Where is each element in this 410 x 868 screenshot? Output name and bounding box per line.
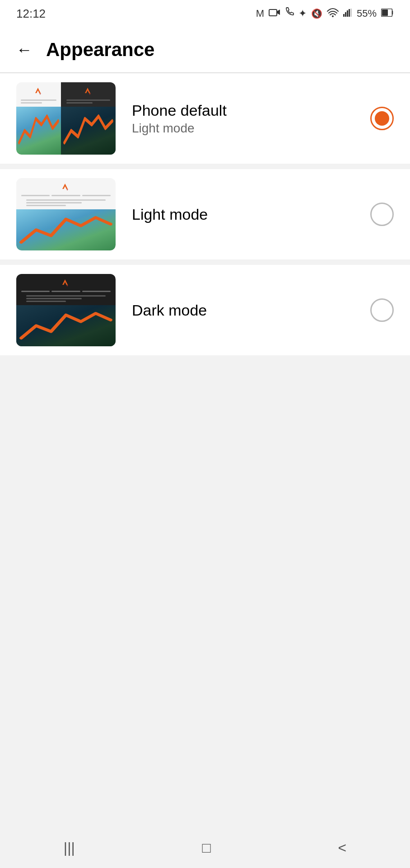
svg-marker-11 (39, 93, 41, 95)
back-button[interactable]: ← (16, 42, 33, 58)
option-light-mode-label: Light mode (132, 206, 370, 223)
bluetooth-icon: ✦ (298, 8, 307, 19)
nav-menu-icon[interactable]: ||| (64, 840, 75, 856)
status-icons: M ✦ 🔇 (256, 7, 394, 20)
svg-marker-13 (89, 93, 91, 95)
preview-light-mode-image (16, 178, 116, 250)
svg-rect-9 (382, 9, 388, 16)
option-dark-mode-label: Dark mode (132, 302, 370, 319)
svg-marker-15 (66, 189, 68, 191)
option-phone-default-label: Phone default (132, 102, 370, 119)
nav-home-icon[interactable]: □ (202, 840, 210, 856)
radio-inner-selected (375, 111, 389, 126)
battery-text: 55% (357, 8, 377, 19)
options-container: Phone default Light mode (0, 73, 410, 355)
svg-rect-4 (345, 12, 346, 17)
svg-rect-5 (347, 10, 348, 17)
svg-rect-3 (343, 14, 345, 17)
svg-rect-0 (269, 9, 277, 16)
strava-logo-light (33, 87, 44, 98)
nav-back-icon[interactable]: < (338, 840, 346, 856)
bottom-nav: ||| □ < (0, 827, 410, 868)
preview-dark-mode-image (16, 274, 116, 346)
svg-marker-14 (62, 184, 68, 189)
status-bar: 12:12 M ✦ 🔇 (0, 0, 410, 27)
wifi-icon (327, 8, 339, 19)
svg-rect-7 (350, 9, 352, 17)
svg-point-2 (332, 15, 334, 17)
svg-rect-6 (349, 9, 350, 17)
strava-logo-dark-only (61, 278, 71, 289)
svg-marker-16 (62, 279, 68, 285)
option-phone-default-sublabel: Light mode (132, 121, 370, 136)
battery-icon (381, 9, 394, 19)
option-phone-default-radio[interactable] (370, 107, 394, 130)
strava-logo-light-only (61, 183, 71, 193)
option-dark-mode-text: Dark mode (132, 302, 370, 319)
svg-marker-10 (35, 88, 41, 93)
option-dark-mode-radio[interactable] (370, 298, 394, 322)
empty-space (0, 361, 410, 722)
svg-marker-17 (66, 285, 68, 287)
camera-icon (269, 8, 280, 19)
phone-icon (285, 7, 294, 20)
option-light-mode[interactable]: Light mode (0, 169, 410, 259)
signal-icon (343, 9, 352, 19)
header: ← Appearance (0, 27, 410, 72)
option-dark-mode[interactable]: Dark mode (0, 265, 410, 355)
page-title: Appearance (46, 39, 154, 61)
strava-logo-dark (83, 87, 94, 98)
option-light-mode-radio[interactable] (370, 203, 394, 226)
mute-icon: 🔇 (311, 8, 322, 19)
preview-phone-default-image (16, 82, 116, 155)
svg-marker-1 (277, 9, 280, 15)
gmail-icon: M (256, 8, 264, 19)
option-phone-default-text: Phone default Light mode (132, 102, 370, 136)
option-phone-default[interactable]: Phone default Light mode (0, 73, 410, 164)
status-time: 12:12 (16, 7, 46, 21)
option-light-mode-text: Light mode (132, 206, 370, 223)
svg-marker-12 (85, 88, 90, 93)
